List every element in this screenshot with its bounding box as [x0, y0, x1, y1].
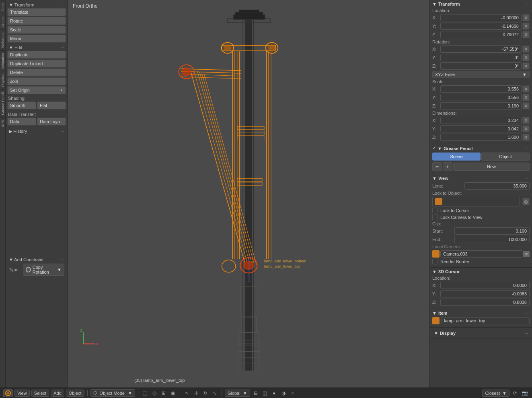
lock-obj-input[interactable]	[432, 197, 520, 206]
cursor-z-input[interactable]: 0.8038	[440, 299, 530, 306]
loc-y-input[interactable]: -0.14608	[440, 23, 522, 30]
scale-y-input[interactable]: 0.556	[440, 94, 522, 101]
edit-section-header[interactable]: ▼ Edit ···	[7, 44, 66, 51]
xray-icon[interactable]: ◫	[261, 389, 269, 397]
lens-input[interactable]: 35.000	[464, 182, 530, 190]
translate-tool-icon[interactable]: ✛	[192, 389, 200, 397]
gp-new-button[interactable]: New	[453, 163, 530, 171]
camera-view-icon[interactable]: 📷	[521, 389, 529, 397]
clip-start-input[interactable]: 0.100	[454, 227, 530, 235]
object-tab[interactable]: Object	[481, 153, 530, 161]
data-button[interactable]: Data	[7, 118, 36, 126]
loc-z-input[interactable]: 0.79072	[440, 31, 522, 38]
duplicate-button[interactable]: Duplicate	[7, 51, 66, 59]
set-origin-select[interactable]: Set Origin ▼	[7, 86, 66, 94]
render-border-row[interactable]: Render Border	[432, 259, 530, 264]
rot-x-input[interactable]: -57.558°	[440, 45, 522, 53]
display-header[interactable]: ▼ Display ···	[432, 330, 530, 336]
rot-x-copy[interactable]: ⧉	[522, 45, 530, 53]
history-header[interactable]: ▶ History ···	[7, 128, 66, 135]
view-menu[interactable]: View	[14, 390, 30, 397]
cursor-header[interactable]: ▼ 3D Cursor ···	[432, 269, 530, 274]
material-icon[interactable]: ◑	[279, 389, 288, 397]
lock-to-cursor-row[interactable]: Lock to Cursor	[432, 208, 530, 213]
object-menu[interactable]: Object	[66, 390, 84, 397]
grease-pencil-tab[interactable]: Grease Pencil	[0, 89, 5, 118]
viewport[interactable]: Front Ortho	[68, 0, 429, 388]
loc-x-copy[interactable]: ⧉	[522, 14, 530, 21]
item-header[interactable]: ▼ Item ···	[432, 311, 530, 316]
cursor-x-input[interactable]: 0.0000	[440, 282, 530, 289]
solid-icon[interactable]: ●	[270, 389, 278, 397]
grease-pencil-header[interactable]: ✓ ▼ Grease Pencil ···	[432, 146, 530, 151]
mirror-button[interactable]: Mirror	[7, 35, 66, 43]
scale-x-input[interactable]: 0.556	[440, 85, 522, 93]
dim-z-copy[interactable]: ⧉	[522, 134, 530, 141]
dim-x-copy[interactable]: ⧉	[522, 117, 530, 124]
create-tab[interactable]: Create	[0, 14, 5, 30]
snap-icon[interactable]: ⊞	[160, 389, 168, 397]
clip-end-input[interactable]: 1000.000	[454, 236, 530, 243]
rot-z-input[interactable]: 0°	[440, 62, 522, 70]
sync-icon[interactable]: ⟳	[511, 389, 519, 397]
select-tool-icon[interactable]: ↖	[183, 389, 191, 397]
scene-tab[interactable]: Scene	[432, 153, 481, 161]
loc-y-copy[interactable]: ⧉	[522, 23, 530, 30]
lock-to-cursor-checkbox[interactable]	[432, 208, 438, 213]
lock-camera-row[interactable]: Lock Camera to View	[432, 214, 530, 220]
animation-tab[interactable]: Animation	[0, 50, 5, 72]
scale-button[interactable]: Scale	[7, 26, 66, 34]
rot-y-input[interactable]: -0°	[440, 54, 522, 61]
gp-pencil-icon-btn[interactable]: ✏	[432, 162, 442, 171]
view-header[interactable]: ▼ View ···	[432, 176, 530, 181]
render-border-checkbox[interactable]	[432, 259, 438, 264]
camera-input[interactable]: Camera.003	[440, 250, 522, 258]
duplicate-linked-button[interactable]: Duplicate Linked	[7, 60, 66, 68]
lock-camera-checkbox[interactable]	[432, 214, 438, 220]
flat-button[interactable]: Flat	[37, 101, 66, 109]
global-dropdown[interactable]: Global ▼	[225, 390, 250, 397]
translate-button[interactable]: Translate	[7, 8, 66, 16]
dim-z-input[interactable]: 1.600	[440, 134, 522, 141]
add-menu[interactable]: Add	[51, 390, 64, 397]
lock-obj-picker[interactable]: ◎	[522, 198, 530, 205]
closest-dropdown[interactable]: Closest ▼	[482, 390, 509, 397]
rotate-tool-icon[interactable]: ↻	[201, 389, 210, 397]
join-button[interactable]: Join	[7, 77, 66, 85]
rot-y-copy[interactable]: ⧉	[522, 54, 530, 61]
loc-x-input[interactable]: -0.00000	[440, 14, 522, 21]
rotate-button[interactable]: Rotate	[7, 17, 66, 25]
item-name-input[interactable]: lamp_arm_lower_top	[441, 317, 530, 324]
render-icon[interactable]: ○	[289, 389, 297, 397]
prop-edit-icon[interactable]: ◉	[169, 389, 177, 397]
mode-dropdown[interactable]: ⬡ Object Mode ▼	[90, 389, 135, 397]
xps-tab[interactable]: XPS	[0, 117, 5, 130]
delete-button[interactable]: Delete	[7, 68, 66, 76]
pivot-icon[interactable]: ◎	[150, 389, 158, 397]
scale-z-copy[interactable]: ⧉	[522, 102, 530, 109]
relations-tab[interactable]: Relations	[0, 30, 5, 50]
gp-plus-icon-btn[interactable]: +	[443, 162, 452, 171]
transform-section-header[interactable]: ▼ Transform ···	[7, 2, 66, 8]
smooth-button[interactable]: Smooth	[7, 101, 36, 109]
select-menu[interactable]: Select	[31, 390, 49, 397]
constraint-type-select[interactable]: Copy Rotation ▼	[23, 264, 64, 276]
overlay-icon[interactable]: ⊟	[252, 389, 260, 397]
dim-x-input[interactable]: 0.234	[440, 117, 522, 124]
scale-tool-icon[interactable]: ⤡	[211, 389, 219, 397]
scale-y-copy[interactable]: ⧉	[522, 94, 530, 101]
physics-tab[interactable]: Physics	[0, 72, 5, 89]
right-transform-header[interactable]: ▼ Transform ···	[432, 2, 530, 6]
data-layout-button[interactable]: Data Layo	[37, 118, 66, 126]
euler-mode-select[interactable]: XYZ Euler ▼	[432, 71, 530, 78]
dim-y-input[interactable]: 0.042	[440, 125, 522, 132]
scale-z-input[interactable]: 0.190	[440, 102, 522, 109]
cursor-y-input[interactable]: -0.0083	[440, 290, 530, 297]
scale-x-copy[interactable]: ⧉	[522, 85, 530, 93]
tools-tab[interactable]: Tools	[0, 0, 5, 14]
loc-z-copy[interactable]: ⧉	[522, 31, 530, 38]
status-blender-logo[interactable]	[3, 389, 13, 397]
add-constraint-header[interactable]: ▼ Add Constraint ···	[9, 257, 64, 262]
global-view-icon[interactable]: ⬚	[141, 389, 149, 397]
dim-y-copy[interactable]: ⧉	[522, 125, 530, 132]
